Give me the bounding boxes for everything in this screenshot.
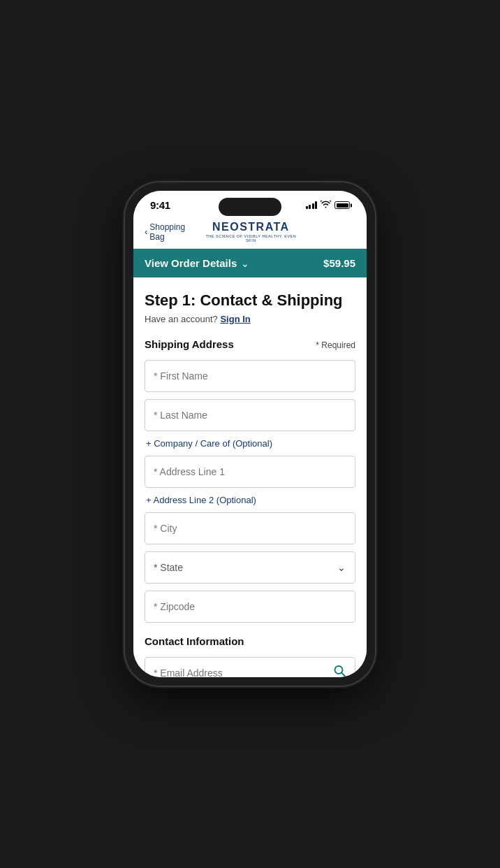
state-group: * State Alabama Alaska California New Yo…	[145, 551, 355, 584]
header-nav: ‹ Shopping Bag NEOSTRATA THE SCIENCE OF …	[133, 215, 367, 249]
address1-input[interactable]	[145, 456, 355, 488]
contact-section: Contact Information	[145, 635, 355, 677]
battery-icon	[334, 201, 350, 209]
order-banner-left: View Order Details ⌄	[145, 257, 249, 269]
email-group	[145, 657, 355, 677]
content-scroll: Step 1: Contact & Shipping Have an accou…	[133, 277, 367, 677]
content-inner: Step 1: Contact & Shipping Have an accou…	[133, 277, 367, 677]
signal-icon	[306, 201, 318, 209]
phone-screen: 9:41	[133, 191, 367, 677]
city-group	[145, 512, 355, 544]
order-banner[interactable]: View Order Details ⌄ $59.95	[133, 249, 367, 277]
order-banner-price: $59.95	[323, 257, 355, 269]
shipping-address-title: Shipping Address	[145, 338, 234, 350]
back-chevron-icon: ‹	[145, 226, 147, 237]
last-name-group	[145, 399, 355, 431]
zipcode-group	[145, 591, 355, 623]
brand-tagline: THE SCIENCE OF VISIBLY HEALTHY, EVEN SKI…	[201, 234, 301, 243]
status-time: 9:41	[150, 199, 170, 211]
required-label: * Required	[316, 340, 355, 350]
zipcode-input[interactable]	[145, 591, 355, 623]
wifi-icon	[321, 201, 331, 210]
email-lookup-icon	[333, 665, 347, 678]
address1-group	[145, 456, 355, 488]
phone-frame: 9:41	[125, 182, 375, 686]
dynamic-island	[219, 198, 281, 216]
contact-information-title: Contact Information	[145, 635, 244, 647]
step-title: Step 1: Contact & Shipping	[145, 291, 355, 310]
contact-section-header: Contact Information	[145, 635, 355, 647]
sign-in-link[interactable]: Sign In	[220, 314, 250, 324]
state-select[interactable]: * State Alabama Alaska California New Yo…	[145, 551, 355, 584]
company-optional-link[interactable]: + Company / Care of (Optional)	[145, 438, 355, 449]
email-input[interactable]	[145, 657, 355, 677]
order-banner-title: View Order Details	[145, 257, 237, 269]
status-icons	[306, 201, 351, 210]
address2-optional-link[interactable]: + Address Line 2 (Optional)	[145, 495, 355, 505]
city-input[interactable]	[145, 512, 355, 544]
account-prompt: Have an account? Sign In	[145, 314, 355, 324]
brand-name: NEOSTRATA	[201, 221, 301, 233]
first-name-group	[145, 360, 355, 392]
back-link[interactable]: ‹ Shopping Bag	[145, 222, 201, 242]
last-name-input[interactable]	[145, 399, 355, 431]
brand-logo: NEOSTRATA THE SCIENCE OF VISIBLY HEALTHY…	[201, 221, 301, 243]
section-header: Shipping Address * Required	[145, 338, 355, 350]
back-label: Shopping Bag	[149, 222, 200, 242]
first-name-input[interactable]	[145, 360, 355, 392]
order-details-chevron-icon: ⌄	[241, 258, 249, 269]
